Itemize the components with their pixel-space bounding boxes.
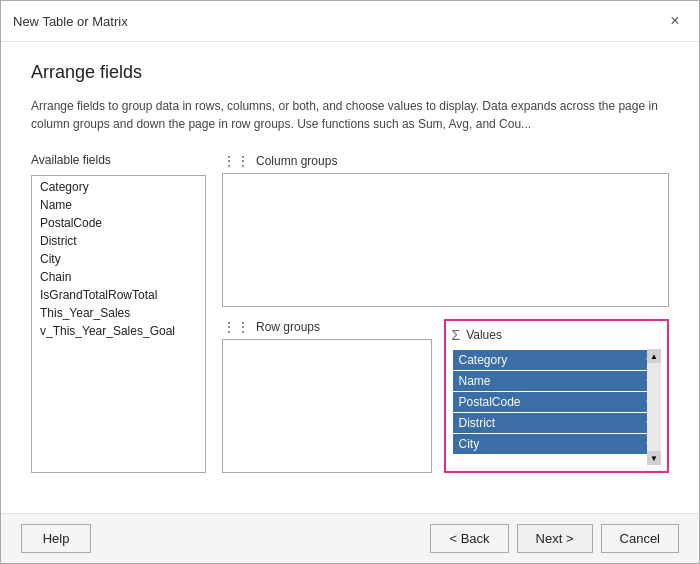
row-groups-drop-area[interactable] (222, 339, 432, 473)
row-groups-label: Row groups (256, 320, 320, 334)
value-item-label: District (459, 416, 496, 430)
cancel-button[interactable]: Cancel (601, 524, 679, 553)
sigma-icon: Σ (452, 327, 461, 343)
column-groups-icon: ⋮⋮ (222, 153, 250, 169)
value-item-label: PostalCode (459, 395, 521, 409)
dialog: New Table or Matrix × Arrange fields Arr… (0, 0, 700, 564)
scrollbar[interactable]: ▲ ▼ (647, 349, 661, 465)
fields-area: Available fields Category Name PostalCod… (31, 153, 669, 473)
description: Arrange fields to group data in rows, co… (31, 97, 669, 133)
available-fields-label: Available fields (31, 153, 206, 167)
help-button[interactable]: Help (21, 524, 91, 553)
list-item[interactable]: Chain (34, 268, 203, 286)
values-header: Σ Values (452, 327, 662, 343)
section-title: Arrange fields (31, 62, 669, 83)
column-groups-header: ⋮⋮ Column groups (222, 153, 669, 169)
right-panel: ⋮⋮ Column groups ⋮⋮ Row groups (222, 153, 669, 473)
close-button[interactable]: × (663, 9, 687, 33)
values-items-container: Category ▼ Name ▼ PostalCode ▼ (452, 349, 662, 465)
available-fields-panel: Available fields Category Name PostalCod… (31, 153, 206, 473)
row-groups-section: ⋮⋮ Row groups (222, 319, 432, 473)
scroll-up-button[interactable]: ▲ (647, 349, 661, 363)
list-item[interactable]: This_Year_Sales (34, 304, 203, 322)
content-area: Arrange fields Arrange fields to group d… (1, 42, 699, 513)
list-item[interactable]: District (34, 232, 203, 250)
back-button[interactable]: < Back (430, 524, 508, 553)
value-item-label: City (459, 437, 480, 451)
bottom-right: ⋮⋮ Row groups Σ Values (222, 319, 669, 473)
value-item-city[interactable]: City ▼ (453, 434, 661, 454)
values-inner: Category ▼ Name ▼ PostalCode ▼ (452, 349, 662, 465)
footer: Help < Back Next > Cancel (1, 513, 699, 563)
value-item-label: Name (459, 374, 491, 388)
list-item[interactable]: PostalCode (34, 214, 203, 232)
values-section: Σ Values Category ▼ Name (444, 319, 670, 473)
next-button[interactable]: Next > (517, 524, 593, 553)
value-item-category[interactable]: Category ▼ (453, 350, 661, 370)
value-item-postalcode[interactable]: PostalCode ▼ (453, 392, 661, 412)
list-item[interactable]: Category (34, 178, 203, 196)
dialog-title: New Table or Matrix (13, 14, 128, 29)
column-groups-drop-area[interactable] (222, 173, 669, 307)
scroll-track (647, 363, 661, 451)
title-bar: New Table or Matrix × (1, 1, 699, 42)
list-item[interactable]: IsGrandTotalRowTotal (34, 286, 203, 304)
value-item-district[interactable]: District ▼ (453, 413, 661, 433)
column-groups-section: ⋮⋮ Column groups (222, 153, 669, 307)
footer-right: < Back Next > Cancel (430, 524, 679, 553)
row-groups-icon: ⋮⋮ (222, 319, 250, 335)
scroll-down-button[interactable]: ▼ (647, 451, 661, 465)
values-label: Values (466, 328, 502, 342)
value-item-label: Category (459, 353, 508, 367)
list-item[interactable]: City (34, 250, 203, 268)
list-item[interactable]: Name (34, 196, 203, 214)
list-item[interactable]: v_This_Year_Sales_Goal (34, 322, 203, 340)
value-item-name[interactable]: Name ▼ (453, 371, 661, 391)
column-groups-label: Column groups (256, 154, 337, 168)
top-right: ⋮⋮ Column groups (222, 153, 669, 307)
row-groups-header: ⋮⋮ Row groups (222, 319, 432, 335)
available-fields-listbox[interactable]: Category Name PostalCode District City C… (31, 175, 206, 473)
